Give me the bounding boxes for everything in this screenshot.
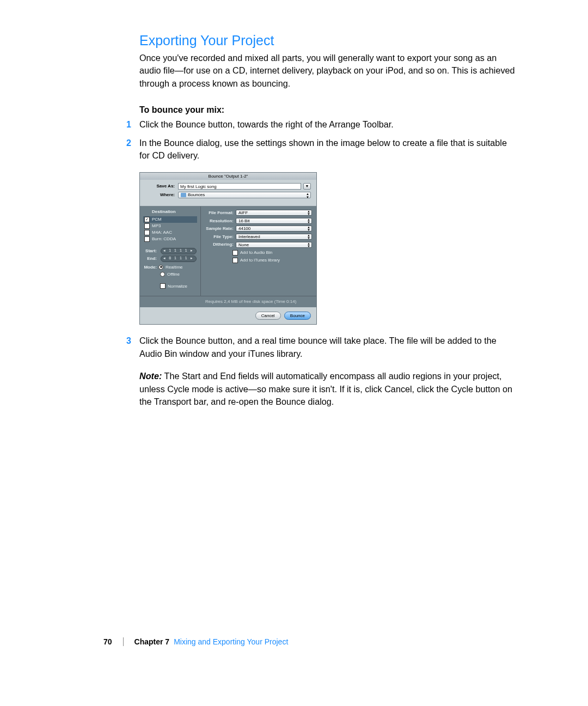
mode-label: Mode: (143, 264, 158, 271)
destination-m4a[interactable]: M4A: AAC (143, 229, 197, 236)
steps-subhead: To bounce your mix: (139, 105, 517, 115)
sample-rate-label: Sample Rate: (205, 226, 236, 232)
step-1: 1 Click the Bounce button, towards the r… (139, 118, 517, 131)
checkbox-icon[interactable] (144, 236, 150, 242)
sample-rate-popup[interactable]: 44100▲▼ (236, 226, 312, 232)
dithering-label: Dithering: (205, 241, 236, 248)
file-type-popup[interactable]: Interleaved▲▼ (236, 234, 312, 240)
end-label: End: (143, 255, 158, 262)
section-heading: Exporting Your Project (139, 33, 517, 48)
note-paragraph: Note: The Start and End fields will auto… (139, 370, 517, 408)
where-popup[interactable]: Bounces ▲▼ (178, 192, 311, 198)
dialog-titlebar: Bounce "Output 1-2" (140, 173, 316, 180)
end-field[interactable]: ◂8 1 1 1▸ (161, 255, 197, 262)
radio-offline[interactable] (160, 272, 165, 277)
checkbox-icon[interactable]: ✓ (144, 217, 150, 222)
folder-icon (181, 193, 186, 197)
start-field[interactable]: ◂1 1 1 1▸ (161, 248, 197, 254)
destination-mp3[interactable]: MP3 (143, 223, 197, 229)
chapter-title: Mixing and Exporting Your Project (174, 637, 288, 646)
file-format-popup[interactable]: AIFF▲▼ (236, 210, 312, 216)
start-label: Start: (143, 248, 158, 254)
dithering-popup[interactable]: None▲▼ (236, 242, 312, 248)
footer-divider (123, 637, 124, 646)
resolution-popup[interactable]: 16 Bit▲▼ (236, 218, 312, 224)
bounce-button[interactable]: Bounce (284, 312, 311, 320)
add-audio-bin-checkbox[interactable] (232, 250, 238, 255)
file-type-label: File Type: (205, 234, 236, 240)
destination-header: Destination (143, 209, 197, 215)
chevron-updown-icon: ▲▼ (306, 192, 309, 199)
cancel-button[interactable]: Cancel (255, 312, 281, 320)
normalize-checkbox[interactable] (160, 283, 166, 289)
page-number: 70 (103, 637, 112, 646)
save-as-label: Save As: (145, 183, 178, 190)
step-3: 3 Click the Bounce button, and a real ti… (139, 334, 517, 360)
bounce-dialog: Bounce "Output 1-2" Save As: My first Lo… (139, 172, 317, 325)
destination-pcm[interactable]: ✓ PCM (143, 216, 197, 223)
disk-space-text: Requires 2,4 MB of free disk space (Time… (140, 296, 316, 307)
note-label: Note: (139, 371, 162, 381)
save-as-field[interactable]: My first Logic song (178, 183, 301, 190)
radio-realtime[interactable] (158, 265, 163, 270)
add-itunes-checkbox[interactable] (232, 258, 238, 263)
history-dropdown-icon[interactable]: ▼ (303, 183, 311, 190)
checkbox-icon[interactable] (144, 230, 150, 235)
file-format-label: File Format: (205, 210, 236, 216)
intro-text: Once you've recorded and mixed all parts… (139, 52, 517, 90)
resolution-label: Resolution: (205, 218, 236, 224)
step-2: 2 In the Bounce dialog, use the settings… (139, 137, 517, 325)
checkbox-icon[interactable] (144, 223, 150, 229)
chapter-label: Chapter 7 (134, 637, 170, 646)
destination-cdda[interactable]: Burn: CDDA (143, 236, 197, 242)
page-footer: 70 Chapter 7 Mixing and Exporting Your P… (103, 637, 288, 646)
where-label: Where: (145, 192, 178, 198)
